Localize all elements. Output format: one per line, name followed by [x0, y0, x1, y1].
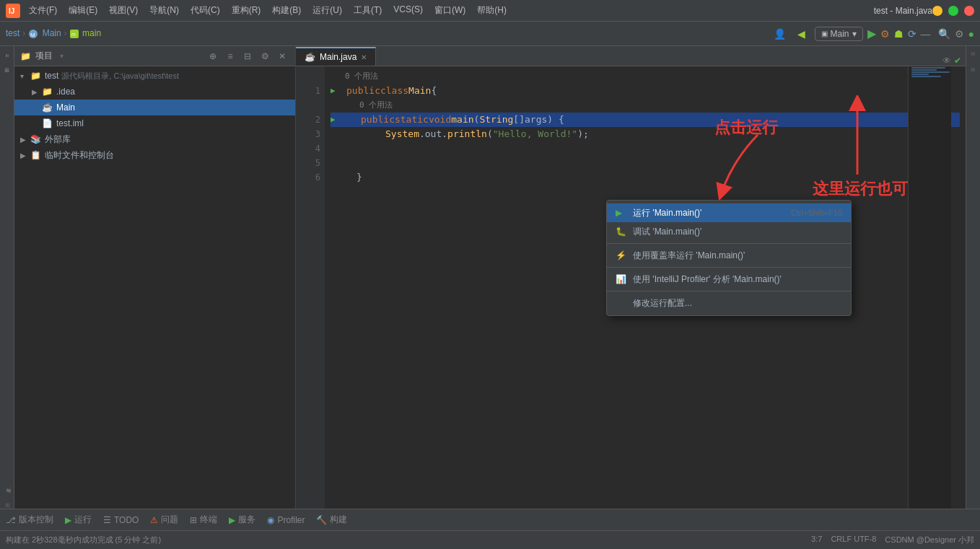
- debug-button[interactable]: ⚙: [880, 28, 890, 40]
- tree-item-root[interactable]: ▾ 📁 test 源代码根目录, C:\java\git\test\test: [14, 68, 295, 84]
- run-button[interactable]: ▶: [867, 27, 876, 40]
- panel-collapse-btn[interactable]: ⊟: [240, 49, 255, 63]
- sys-class: System: [385, 127, 419, 141]
- panel-new-btn[interactable]: ⊕: [206, 49, 220, 63]
- tab-bar-eye-icon[interactable]: 👁: [942, 56, 951, 66]
- context-menu: ▶ 运行 'Main.main()' Ctrl+Shift+F10 🐛 调试 '…: [606, 200, 852, 316]
- sidebar-strip-icon2[interactable]: ⊞: [1, 63, 14, 76]
- notifications-icon[interactable]: ●: [968, 28, 974, 40]
- window-controls: [932, 6, 974, 16]
- coverage-button[interactable]: ☗: [894, 28, 904, 40]
- panel-dropdown-icon[interactable]: ▾: [60, 52, 64, 60]
- line-numbers: 1 2 3 4 5 6: [296, 66, 325, 509]
- sidebar-strip-icon1[interactable]: ≡: [1, 49, 14, 62]
- menu-view[interactable]: 视图(V): [105, 3, 142, 18]
- tab-bar-right: 👁 ✔: [942, 56, 966, 66]
- menu-navigate[interactable]: 导航(N): [145, 3, 183, 18]
- ctx-coverage-icon: ⚡: [616, 250, 627, 260]
- ctx-run-item[interactable]: ▶ 运行 'Main.main()' Ctrl+Shift+F10: [607, 203, 851, 222]
- kw-public-1: public: [346, 84, 380, 98]
- menu-edit[interactable]: 编辑(E): [64, 3, 102, 18]
- right-sidebar-icon-1[interactable]: ≡: [966, 49, 980, 59]
- bottom-profiler-btn[interactable]: ◉ Profiler: [267, 515, 305, 525]
- run-gutter-icon-1[interactable]: ▶: [331, 84, 345, 98]
- menu-window[interactable]: 窗口(W): [430, 3, 470, 18]
- right-sidebar-icon-2[interactable]: ≡: [966, 65, 980, 75]
- bottom-run-btn[interactable]: ▶ 运行: [65, 514, 92, 526]
- tree-item-iml[interactable]: ▶ 📄 test.iml: [14, 115, 295, 131]
- bottom-vcs-btn[interactable]: ⎇ 版本控制: [6, 514, 53, 526]
- status-encoding[interactable]: CRLF UTF-8: [831, 535, 876, 545]
- panel-filter-btn[interactable]: ≡: [223, 49, 237, 63]
- bottom-todo-btn[interactable]: ☰ TODO: [103, 515, 139, 525]
- ln-4: 4: [296, 141, 320, 156]
- ctx-coverage-item[interactable]: ⚡ 使用覆盖率运行 'Main.main()': [607, 246, 851, 265]
- minimize-button[interactable]: [932, 6, 942, 16]
- menu-build[interactable]: 构建(B): [268, 3, 305, 18]
- gear-icon[interactable]: ⚙: [955, 28, 964, 40]
- search-icon[interactable]: 🔍: [938, 28, 950, 40]
- ctx-separator-3: [607, 291, 851, 291]
- out-field: out: [425, 127, 442, 141]
- ctx-separator-1: [607, 243, 851, 244]
- tree-item-main[interactable]: ▶ ☕ Main: [14, 100, 295, 115]
- profile-icon-btn[interactable]: 👤: [771, 25, 789, 43]
- tree-item-idea[interactable]: ▶ 📁 .idea: [14, 84, 295, 100]
- menu-file[interactable]: 文件(F): [25, 3, 61, 18]
- settings-icon[interactable]: —: [921, 28, 931, 40]
- panel-settings-btn[interactable]: ⚙: [258, 49, 272, 63]
- menu-help[interactable]: 帮助(H): [473, 3, 511, 18]
- menu-refactor[interactable]: 重构(R): [227, 3, 266, 18]
- kw-static: static: [395, 113, 429, 127]
- run-gutter-icon-2[interactable]: ▶: [331, 113, 345, 127]
- ctx-profiler-item[interactable]: 📊 使用 'IntelliJ Profiler' 分析 'Main.main()…: [607, 270, 851, 289]
- terminal-label: 终端: [200, 514, 217, 526]
- ctx-modify-icon: ·: [616, 298, 627, 308]
- ctx-profiler-icon: 📊: [616, 274, 627, 284]
- maximize-button[interactable]: [948, 6, 958, 16]
- ctx-run-icon: ▶: [616, 208, 627, 218]
- status-position[interactable]: 3:7: [811, 535, 822, 545]
- run-config-selector[interactable]: ▣ Main ▾: [815, 27, 863, 41]
- usage-hint-2: 0 个用法: [331, 98, 960, 113]
- left-sidebar-strip: ≡ ⊞: [0, 46, 14, 509]
- menu-tools[interactable]: 工具(T): [349, 3, 386, 18]
- tree-label-iml: test.iml: [56, 118, 84, 128]
- breadcrumb-project[interactable]: test: [6, 28, 19, 38]
- project-icon: 📁: [20, 51, 31, 61]
- ctx-debug-label: 调试 'Main.main()': [633, 226, 701, 238]
- bottom-terminal-btn[interactable]: ⊞ 终端: [190, 514, 217, 526]
- menu-code[interactable]: 代码(C): [186, 3, 224, 18]
- bottom-services-btn[interactable]: ▶ 服务: [229, 514, 255, 526]
- ln-usage1: [296, 69, 320, 84]
- tree-icon-idea: 📁: [42, 87, 53, 97]
- file-tree: ▾ 📁 test 源代码根目录, C:\java\git\test\test ▶…: [14, 66, 295, 509]
- back-icon-btn[interactable]: ◀: [793, 25, 810, 43]
- close-button[interactable]: [964, 6, 974, 16]
- svg-text:m: m: [71, 32, 76, 37]
- tab-close-icon[interactable]: ✕: [361, 53, 367, 61]
- ctx-profiler-label: 使用 'IntelliJ Profiler' 分析 'Main.main()': [633, 273, 782, 286]
- profiler-button[interactable]: ⟳: [908, 28, 916, 40]
- tree-item-scratch[interactable]: ▶ 📋 临时文件和控制台: [14, 147, 295, 163]
- menu-vcs[interactable]: VCS(S): [389, 3, 427, 18]
- structure-icon[interactable]: ≡: [1, 501, 13, 509]
- run-icon: ▶: [65, 515, 71, 525]
- bottom-problems-btn[interactable]: ⚠ 问题: [150, 514, 178, 526]
- bottom-build-btn[interactable]: 🔨 构建: [316, 514, 347, 526]
- panel-close-btn[interactable]: ✕: [275, 49, 289, 63]
- tab-bar-check-icon[interactable]: ✔: [954, 56, 961, 66]
- right-sidebar: ≡ ≡: [966, 46, 980, 509]
- breadcrumb-method[interactable]: m main: [70, 28, 101, 38]
- tab-main-java[interactable]: ☕ Main.java ✕: [296, 47, 376, 66]
- ctx-debug-item[interactable]: 🐛 调试 'Main.main()': [607, 222, 851, 241]
- svg-text:IJ: IJ: [9, 7, 14, 15]
- run-config-label: Main: [831, 29, 849, 39]
- breadcrumb-class[interactable]: M Main: [28, 28, 61, 39]
- panel-tools: ⊕ ≡ ⊟ ⚙ ✕: [206, 49, 289, 63]
- ctx-modify-config-item[interactable]: · 修改运行配置...: [607, 294, 851, 312]
- menu-run[interactable]: 运行(U): [308, 3, 346, 18]
- bottom-toolbar: ⎇ 版本控制 ▶ 运行 ☰ TODO ⚠ 问题 ⊞ 终端 ▶ 服务 ◉ Prof…: [0, 509, 980, 530]
- tree-item-external-libs[interactable]: ▶ 📚 外部库: [14, 131, 295, 147]
- bookmark-icon[interactable]: ⚑: [1, 483, 14, 496]
